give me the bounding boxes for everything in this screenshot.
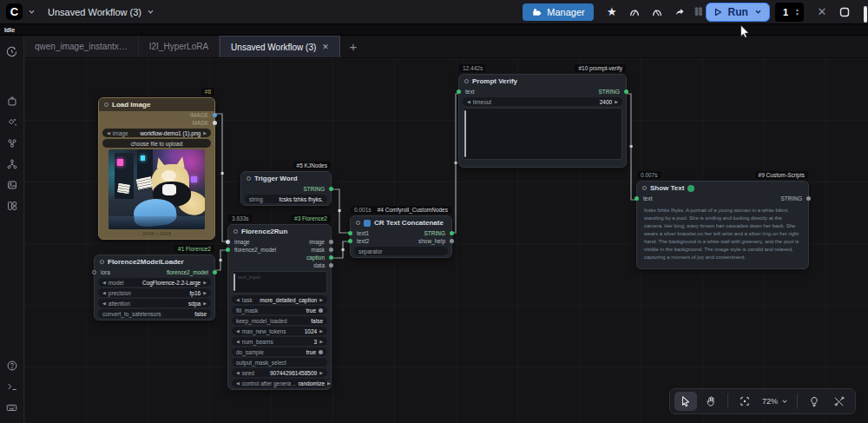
node-header[interactable]: Prompt Verify (459, 75, 626, 88)
output-pin-florence2-model[interactable] (213, 270, 217, 274)
output-pin-string[interactable] (329, 187, 333, 191)
output-pin-data[interactable] (329, 263, 333, 268)
stop-queue-icon[interactable] (833, 3, 856, 22)
stepper-arrows[interactable]: ▲▼ (795, 8, 799, 17)
logo-chevron-down-icon[interactable] (28, 8, 36, 16)
collapse-dot[interactable] (233, 229, 238, 234)
string-text-widget[interactable]: string fcsks fzhks fhyks, (245, 195, 327, 203)
tab-unsaved-workflow[interactable]: Unsaved Workflow (3) ✕ (220, 36, 340, 57)
workflows-tree-icon[interactable] (2, 154, 23, 175)
node-header[interactable]: Florence2Run (228, 225, 331, 238)
combo-prev-arrow-icon[interactable]: ◀ (102, 280, 106, 285)
prompt-editor-textarea[interactable] (463, 108, 622, 160)
toggle-knob[interactable] (319, 350, 323, 354)
increment-arrow-icon[interactable]: ▶ (319, 370, 323, 375)
help-icon[interactable] (2, 355, 23, 376)
translation-icon-a[interactable] (623, 3, 646, 22)
terminal-icon[interactable] (2, 376, 23, 397)
toggle-theme-lightbulb-button[interactable] (803, 392, 825, 411)
toggle-link-visibility-button[interactable] (828, 392, 851, 411)
combo-next-arrow-icon[interactable]: ▶ (203, 280, 207, 285)
shortcuts-keyboard-icon[interactable] (2, 397, 23, 418)
manager-button[interactable]: Manager (523, 3, 593, 21)
output-pin-mask[interactable] (329, 248, 333, 252)
output-pin-string[interactable] (806, 196, 811, 201)
collapse-dot[interactable] (100, 260, 104, 264)
model-combo-widget[interactable]: ◀ model CogFlorence-2.2-Large ▶ (98, 278, 211, 287)
output-pin-image[interactable] (213, 113, 217, 117)
textarea-scrollbar[interactable] (464, 110, 466, 157)
collapse-dot[interactable] (104, 102, 108, 107)
output-mask-select-text-widget[interactable]: output_mask_select (232, 358, 327, 367)
run-options-chevron-icon[interactable] (754, 8, 762, 16)
combo-prev-arrow-icon[interactable]: ◀ (107, 130, 110, 135)
convert-safetensors-toggle-widget[interactable]: convert_to_safetensors false (98, 309, 211, 318)
image-combo-widget[interactable]: ◀ image workflow-demo1 (1).png ▶ (102, 129, 211, 137)
collapse-dot[interactable] (642, 186, 647, 190)
choose-file-button[interactable]: choose file to upload (102, 139, 211, 148)
batch-count-stepper[interactable]: 1 ▲▼ (775, 3, 804, 22)
increment-arrow-icon[interactable]: ▶ (615, 99, 618, 104)
max-new-tokens-number-widget[interactable]: ◀ max_new_tokens 1024 ▶ (232, 327, 327, 335)
combo-next-arrow-icon[interactable]: ▶ (203, 290, 207, 295)
output-pin-caption[interactable] (329, 255, 333, 260)
comfyui-logo[interactable]: C (6, 3, 23, 20)
node-cr-text-concatenate[interactable]: 0.001s #4 Comfyroll_CustomNodes CR Text … (350, 215, 452, 258)
task-combo-widget[interactable]: ◀ task more_detailed_caption ▶ (232, 295, 327, 304)
templates-icon[interactable] (2, 195, 23, 216)
collapse-dot[interactable] (464, 79, 469, 83)
input-pin-text2[interactable] (348, 239, 352, 243)
node-header[interactable]: Florence2ModelLoader (95, 255, 214, 268)
tab-close-icon[interactable]: ✕ (322, 43, 329, 51)
combo-prev-arrow-icon[interactable]: ◀ (102, 301, 106, 306)
node-trigger-word[interactable]: #5 KJNodes Trigger Word STRING string fc… (240, 171, 332, 206)
translation-icon-b[interactable] (646, 3, 668, 22)
gallery-icon[interactable] (2, 175, 23, 195)
fit-view-button[interactable] (733, 392, 756, 411)
combo-prev-arrow-icon[interactable]: ◀ (236, 380, 240, 386)
node-prompt-verify[interactable]: 12.442s #10 prompt-verify Prompt Verify … (458, 74, 627, 168)
input-pin-lora[interactable] (92, 270, 96, 274)
decrement-arrow-icon[interactable]: ◀ (236, 370, 240, 375)
decrement-arrow-icon[interactable]: ◀ (236, 339, 240, 344)
textarea-scrollbar[interactable] (233, 274, 235, 291)
pan-tool-button[interactable] (700, 392, 722, 411)
favorites-star-icon[interactable]: ★ (601, 3, 623, 22)
do-sample-toggle-widget[interactable]: do_sample true (232, 347, 327, 356)
collapse-dot[interactable] (247, 176, 251, 181)
precision-combo-widget[interactable]: ◀ precision fp16 ▶ (98, 288, 211, 297)
keep-model-loaded-toggle-widget[interactable]: keep_model_loaded false (232, 316, 327, 325)
combo-next-arrow-icon[interactable]: ▶ (203, 130, 207, 135)
node-show-text[interactable]: 0.007s #9 Custom-Scripts Show Text text … (636, 181, 809, 269)
combo-next-arrow-icon[interactable]: ▶ (319, 297, 323, 302)
control-after-generate-combo-widget[interactable]: ◀ control after genera .. randomize ▶ (232, 379, 327, 387)
input-pin-text[interactable] (457, 89, 461, 94)
decrement-arrow-icon[interactable]: ◀ (236, 328, 240, 334)
tab-i2i-hyperlora[interactable]: I2I_HyperLoRA (139, 36, 220, 57)
node-library-icon[interactable] (2, 112, 23, 133)
seed-number-widget[interactable]: ◀ seed 907442961458509 ▶ (232, 368, 327, 377)
node-header[interactable]: Load Image (99, 98, 214, 111)
toolbar-drag-grip[interactable]: ●●●●●● (694, 8, 702, 16)
input-pin-image[interactable] (226, 240, 230, 244)
queue-icon[interactable] (2, 91, 23, 112)
cancel-run-icon[interactable]: ✕ (811, 3, 833, 22)
output-pin-image[interactable] (329, 240, 333, 244)
increment-arrow-icon[interactable]: ▶ (319, 339, 323, 344)
node-header[interactable]: Show Text (637, 182, 808, 195)
image-preview[interactable] (108, 149, 205, 229)
combo-prev-arrow-icon[interactable]: ◀ (102, 290, 106, 295)
input-pin-text1[interactable] (348, 231, 352, 235)
node-header[interactable]: CR Text Concatenate (351, 216, 451, 229)
separator-text-widget[interactable]: separator (354, 247, 448, 255)
tab-qwen-image-instantx[interactable]: qwen_image_instantx… (24, 36, 139, 57)
collapse-dot[interactable] (356, 221, 360, 225)
node-florence2-model-loader[interactable]: #1 Florence2 Florence2ModelLoader lora f… (94, 254, 215, 321)
output-pin-string[interactable] (624, 89, 628, 94)
num-beams-number-widget[interactable]: ◀ num_beams 3 ▶ (232, 337, 327, 346)
output-pin-mask[interactable] (213, 121, 217, 125)
zoom-level-dropdown[interactable]: 72% (759, 397, 792, 406)
output-pin-show-help[interactable] (450, 239, 454, 243)
combo-next-arrow-icon[interactable]: ▶ (327, 380, 331, 386)
timeout-number-widget[interactable]: ◀ timeout 2400 ▶ (463, 97, 622, 106)
